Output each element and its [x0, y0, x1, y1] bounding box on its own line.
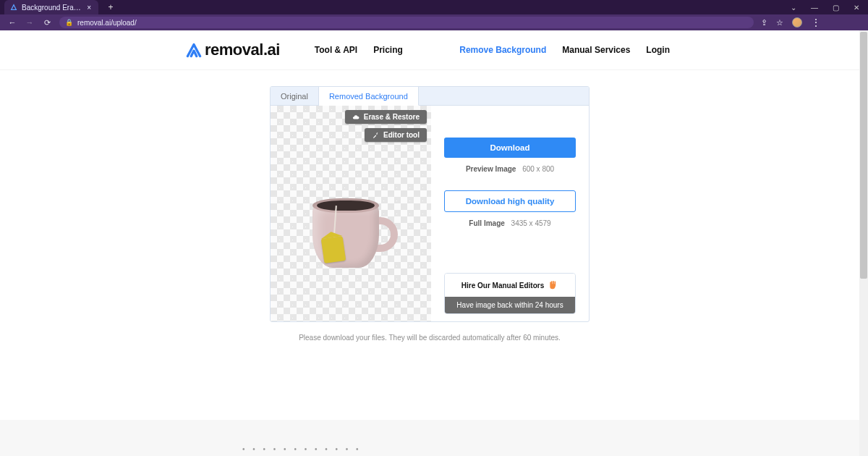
site-favicon-icon — [10, 4, 17, 11]
window-maximize-icon[interactable]: ▢ — [833, 4, 839, 12]
page-viewport: removal.ai Tool & API Pricing Remove Bac… — [0, 30, 868, 456]
full-image-label: Full Image — [469, 219, 504, 227]
carousel-dots[interactable]: • • • • • • • • • • • • — [242, 445, 362, 453]
brand-name: removal.ai — [205, 41, 280, 59]
browser-menu-icon[interactable]: ⋮ — [811, 20, 820, 25]
nav-login[interactable]: Login — [646, 45, 670, 55]
profile-avatar[interactable] — [792, 17, 802, 28]
share-icon[interactable]: ⇪ — [761, 18, 767, 28]
nav-pricing[interactable]: Pricing — [373, 45, 403, 55]
waving-hand-icon — [548, 280, 558, 290]
result-image — [312, 198, 398, 272]
nav-manual-services[interactable]: Manual Services — [562, 45, 630, 55]
discard-notice: Please download your files. They will be… — [0, 334, 859, 342]
footer-section: • • • • • • • • • • • • — [0, 420, 859, 456]
lock-icon: 🔒 — [65, 19, 73, 26]
tab-title: Background Eraser: Upload Your — [22, 4, 81, 12]
reload-button[interactable]: ⟳ — [42, 17, 52, 28]
preview-label: Preview Image — [466, 165, 516, 173]
tab-original[interactable]: Original — [271, 87, 319, 105]
browser-toolbar: ← → ⟳ 🔒 removal.ai/upload/ ⇪ ☆ ⋮ — [0, 14, 868, 30]
full-image-dimensions: 3435 x 4579 — [511, 219, 551, 227]
editor-tool-button[interactable]: Editor tool — [365, 128, 427, 142]
address-bar[interactable]: 🔒 removal.ai/upload/ — [59, 17, 754, 28]
site-header: removal.ai Tool & API Pricing Remove Bac… — [0, 30, 859, 70]
scrollbar-track[interactable] — [859, 30, 868, 456]
download-button[interactable]: Download — [444, 138, 576, 158]
full-image-meta: Full Image 3435 x 4579 — [444, 219, 576, 227]
erase-restore-button[interactable]: Erase & Restore — [345, 110, 427, 124]
cloud-icon — [352, 114, 359, 121]
preview-meta: Preview Image 600 x 800 — [444, 165, 576, 173]
hire-headline: Hire Our Manual Editors — [461, 282, 544, 290]
nav-tool-api[interactable]: Tool & API — [315, 45, 357, 55]
forward-button[interactable]: → — [25, 17, 35, 28]
new-tab-button[interactable]: + — [104, 1, 117, 14]
tab-close-icon[interactable]: × — [87, 4, 91, 12]
window-expand-icon[interactable]: ⌄ — [791, 4, 796, 12]
browser-tab-bar: Background Eraser: Upload Your × + ⌄ ― ▢… — [0, 0, 868, 14]
scrollbar-thumb[interactable] — [860, 32, 867, 279]
image-preview: Erase & Restore Editor tool — [271, 106, 431, 321]
bookmark-icon[interactable]: ☆ — [776, 18, 783, 28]
url-text: removal.ai/upload/ — [77, 19, 137, 27]
editor-tool-label: Editor tool — [383, 131, 420, 139]
hire-subtext: Have image back within 24 hours — [445, 297, 575, 313]
brand-logo[interactable]: removal.ai — [184, 41, 280, 59]
result-tabs: Original Removed Background — [271, 87, 589, 106]
tab-removed-background[interactable]: Removed Background — [319, 87, 419, 106]
magic-wand-icon — [372, 132, 379, 139]
result-panel: Original Removed Background Erase & Rest… — [270, 86, 590, 322]
window-minimize-icon[interactable]: ― — [811, 4, 818, 12]
back-button[interactable]: ← — [7, 17, 17, 28]
hire-editors-card[interactable]: Hire Our Manual Editors Have image back … — [444, 273, 576, 314]
window-close-icon[interactable]: ✕ — [854, 4, 859, 12]
download-high-quality-button[interactable]: Download high quality — [444, 190, 576, 212]
preview-dimensions: 600 x 800 — [522, 165, 554, 173]
browser-tab[interactable]: Background Eraser: Upload Your × — [4, 0, 98, 14]
erase-restore-label: Erase & Restore — [364, 113, 420, 121]
nav-remove-background[interactable]: Remove Background — [459, 45, 546, 55]
logo-icon — [184, 42, 203, 58]
